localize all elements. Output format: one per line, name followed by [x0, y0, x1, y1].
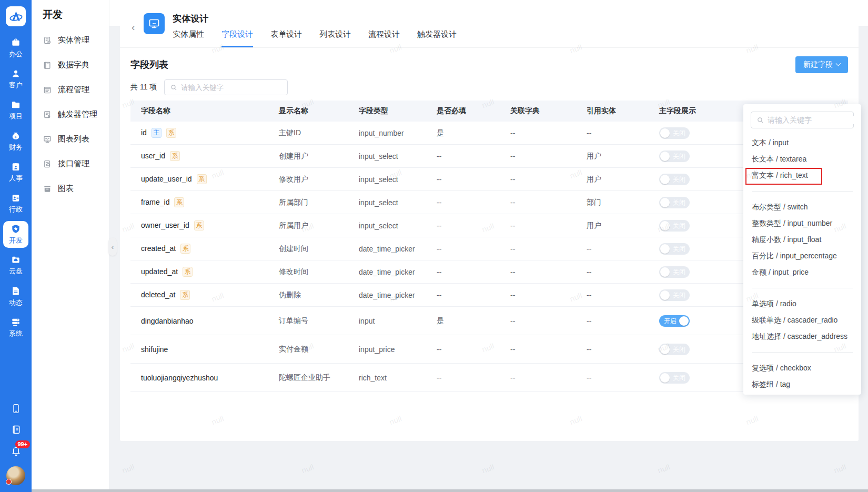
rail-item-project[interactable]: 项目 — [3, 97, 28, 124]
main-field-toggle[interactable]: 关闭 — [659, 372, 690, 384]
rail-nav: 办公客户项目财务人事行政开发云盘动态系统 — [0, 35, 32, 341]
field-type-option[interactable]: 复选项 / checkbox — [743, 360, 861, 376]
field-type-option[interactable]: 级联单选 / cascader_radio — [743, 312, 861, 328]
field-type-cell-value: date_time_picker — [359, 268, 415, 276]
submenu-item-chart[interactable]: 图表 — [32, 176, 109, 201]
display-name-cell-value: 实付金额 — [279, 345, 308, 353]
submenu-item-api[interactable]: 接口管理 — [32, 152, 109, 176]
field-type-option[interactable]: 精度小数 / input_float — [743, 232, 861, 248]
dict-cell: -- — [500, 129, 576, 137]
display-name-cell: 创建时间 — [268, 244, 348, 254]
display-name-cell-value: 修改时间 — [279, 267, 308, 276]
tab-5[interactable]: 触发器设计 — [417, 29, 457, 47]
dict-cell: -- — [500, 175, 576, 184]
field-type-option[interactable]: 百分比 / input_percentage — [743, 248, 861, 264]
rail-item-admin[interactable]: 行政 — [3, 190, 28, 217]
field-search[interactable] — [164, 79, 288, 95]
required-cell-value: -- — [437, 374, 441, 382]
main-field-toggle[interactable]: 关闭 — [659, 174, 690, 185]
field-type-option[interactable]: 布尔类型 / switch — [743, 199, 861, 215]
chevron-left-icon: ‹ — [112, 243, 114, 251]
dict-cell-value: -- — [510, 222, 515, 230]
field-type-option[interactable]: 长文本 / textarea — [743, 151, 861, 167]
dict-cell: -- — [500, 198, 576, 207]
main-field-toggle[interactable]: 关闭 — [659, 289, 690, 301]
notifications-bell-icon[interactable]: 99+ — [11, 445, 22, 456]
main-field-toggle[interactable]: 关闭 — [659, 243, 690, 255]
main-field-toggle[interactable]: 关闭 — [659, 344, 690, 355]
main-field-toggle[interactable]: 开启 — [659, 315, 690, 327]
toggle-label: 关闭 — [673, 266, 685, 278]
field-type-option[interactable]: 金额 / input_price — [743, 264, 861, 280]
rail-item-hr[interactable]: 人事 — [3, 159, 28, 186]
field-type-option[interactable]: 标签组 / tag — [743, 376, 861, 393]
dropdown-search[interactable] — [751, 112, 854, 128]
ref-entity-cell-value: 用户 — [587, 152, 601, 160]
tab-0[interactable]: 实体属性 — [173, 29, 204, 47]
field-type-cell: input_select — [348, 198, 426, 207]
rail-item-label: 云盘 — [9, 267, 23, 276]
system-field-badge: 系 — [180, 244, 190, 254]
main-field-toggle[interactable]: 关闭 — [659, 127, 690, 139]
rail-item-activity[interactable]: 动态 — [3, 283, 28, 310]
field-name-cell: tuoluojiangqiyezhushou — [130, 374, 268, 382]
back-button[interactable]: ‹ — [130, 22, 136, 33]
avatar[interactable] — [6, 466, 25, 485]
dict-cell: -- — [500, 152, 576, 160]
mobile-icon[interactable] — [11, 403, 22, 414]
rail-item-briefcase[interactable]: 办公 — [3, 35, 28, 62]
system-field-badge: 系 — [174, 197, 184, 207]
field-type-option[interactable]: 文本 / input — [743, 135, 861, 151]
new-field-button[interactable]: 新建字段 — [795, 56, 848, 73]
submenu-item-chartlist[interactable]: 图表列表 — [32, 127, 109, 152]
field-type-option-highlighted[interactable]: 富文本 / rich_text — [743, 167, 861, 184]
main-field-toggle[interactable]: 关闭 — [659, 150, 690, 162]
dict-cell: -- — [500, 291, 576, 299]
submenu-item-trigger[interactable]: 触发器管理 — [32, 102, 109, 127]
app-logo[interactable] — [6, 6, 26, 26]
project-icon — [11, 99, 21, 110]
tab-2[interactable]: 表单设计 — [270, 29, 302, 47]
field-name-cell: frame_id系 — [130, 197, 268, 207]
rail-item-dev[interactable]: 开发 — [3, 221, 28, 248]
tab-4[interactable]: 流程设计 — [368, 29, 400, 47]
avatar-status-badge — [6, 479, 12, 485]
display-name-cell-value: 修改用户 — [279, 175, 308, 183]
table-row: update_user_id系修改用户input_select----用户关闭编… — [130, 168, 848, 191]
sidebar-collapse-handle[interactable]: ‹ — [108, 238, 117, 256]
submenu-item-flow[interactable]: 流程管理 — [32, 77, 109, 102]
dict-cell-value: -- — [510, 245, 515, 253]
horizontal-scrollbar[interactable] — [32, 489, 868, 492]
dropdown-search-input[interactable] — [768, 116, 861, 124]
field-type-option[interactable]: 地址选择 / cascader_address — [743, 328, 861, 345]
chevron-down-icon — [836, 61, 841, 66]
required-cell-value: -- — [437, 222, 441, 230]
main-field-toggle[interactable]: 关闭 — [659, 220, 690, 232]
field-type-option[interactable]: 整数类型 / input_number — [743, 215, 861, 232]
dict-cell-value: -- — [510, 374, 515, 382]
field-type-cell-value: input_select — [359, 175, 398, 184]
rail-item-cloud[interactable]: 云盘 — [3, 252, 28, 279]
rail-item-customer[interactable]: 客户 — [3, 66, 28, 93]
required-cell: -- — [426, 245, 500, 253]
submenu-item-entity[interactable]: 实体管理 — [32, 28, 109, 53]
required-cell: -- — [426, 268, 500, 276]
display-name-cell-value: 订单编号 — [279, 316, 308, 325]
rail-item-label: 财务 — [9, 143, 23, 152]
field-type-option[interactable]: 单选项 / radio — [743, 296, 861, 312]
manual-icon[interactable] — [11, 424, 22, 435]
rail-item-finance[interactable]: 财务 — [3, 128, 28, 155]
submenu-item-dict[interactable]: 数据字典 — [32, 53, 109, 77]
tab-1[interactable]: 字段设计 — [221, 29, 253, 47]
toggle-knob — [660, 128, 670, 138]
main-field-toggle[interactable]: 关闭 — [659, 197, 690, 208]
tab-3[interactable]: 列表设计 — [319, 29, 351, 47]
main-field-cell: 开启 — [649, 315, 728, 327]
display-name-cell-value: 陀螺匠企业助手 — [279, 373, 330, 381]
main-field-toggle[interactable]: 关闭 — [659, 266, 690, 278]
table-row: tuoluojiangqiyezhushou陀螺匠企业助手rich_text--… — [130, 364, 848, 392]
display-name-cell: 修改时间 — [268, 267, 348, 277]
rail-item-system[interactable]: 系统 — [3, 314, 28, 341]
field-search-input[interactable] — [181, 84, 282, 92]
field-type-cell: input_number — [348, 129, 426, 137]
